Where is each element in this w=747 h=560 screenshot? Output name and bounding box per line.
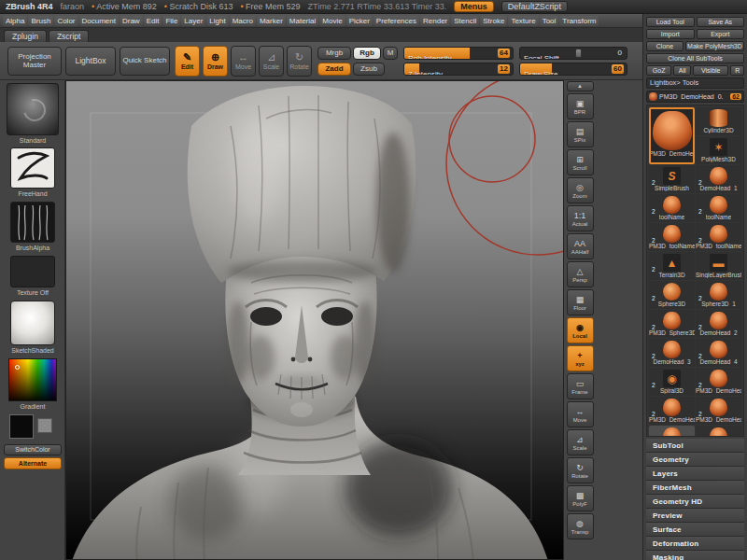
section-header[interactable]: Masking [646, 551, 744, 560]
frame-button[interactable]: ▭ Frame [567, 373, 594, 399]
tool-item[interactable]: toolName 2 [696, 194, 741, 222]
make-polymesh3d-button[interactable]: Make PolyMesh3D [685, 41, 744, 51]
scale-button[interactable]: ⊿ Scale [567, 429, 594, 455]
export-button[interactable]: Export [697, 29, 745, 39]
persp-button[interactable]: △ Persp [567, 261, 594, 287]
edit-mode-button[interactable]: ✎ Edit [175, 46, 200, 77]
menu-item[interactable]: Macro [230, 16, 256, 26]
menu-item[interactable]: Texture [508, 16, 538, 26]
bpr-button[interactable]: ▣ BPR [567, 93, 594, 119]
rotate-mode-button[interactable]: ↻ Rotate [287, 46, 312, 77]
local-button[interactable]: ◉ Local [567, 317, 594, 343]
tool-item[interactable]: PM3D_DemoHead [649, 426, 695, 437]
tool-item[interactable]: PM3D_Sphere3D 2 [649, 310, 695, 338]
aahalf-button[interactable]: AA AAHalf [567, 233, 594, 259]
color-picker-cursor[interactable] [15, 365, 20, 370]
tool-item[interactable]: S SimpleBrush 2 [649, 165, 695, 193]
goz-r-button[interactable]: R [730, 65, 744, 76]
draw-size-slider[interactable]: Draw Size 60 [519, 63, 627, 76]
tool-item[interactable]: ✶ PolyMesh3D [696, 136, 741, 164]
section-header[interactable]: Geometry [646, 453, 744, 467]
menu-item[interactable]: Edit [144, 16, 162, 26]
tool-item[interactable]: PM3D_DemoHead 2 [696, 397, 741, 425]
floor-button[interactable]: ▦ Floor [567, 289, 594, 315]
menu-item[interactable]: Picker [346, 16, 373, 26]
rotate-button[interactable]: ↻ Rotate [567, 457, 594, 483]
tool-item[interactable]: DemoHead_3 2 [649, 339, 695, 367]
lightbox-button[interactable]: LightBox [65, 47, 116, 76]
tool-item[interactable]: DemoHead_1 2 [696, 165, 741, 193]
menu-item[interactable]: Brush [28, 16, 53, 26]
rgb-intensity-slider[interactable]: Rgb Intensity 64 [403, 47, 514, 60]
strip-scroll-up[interactable]: ▲ [567, 81, 594, 91]
scale-mode-button[interactable]: ⊿ Scale [259, 46, 284, 77]
default-zscript-button[interactable]: DefaultZScript [501, 1, 568, 12]
zadd-button[interactable]: Zadd [317, 63, 351, 76]
tool-item[interactable]: PM3D_toolName 2 [649, 223, 695, 251]
alternate-button[interactable]: Alternate [4, 457, 62, 469]
mrgb-button[interactable]: Mrgb [317, 47, 351, 60]
alpha-selector[interactable] [10, 202, 55, 243]
lightbox-tools-bar[interactable]: Lightbox> Tools [646, 77, 744, 89]
menu-item[interactable]: File [162, 16, 180, 26]
menu-item[interactable]: Stencil [451, 16, 479, 26]
clone-button[interactable]: Clone [646, 41, 684, 51]
tool-item[interactable]: ◉ Spiral3D 2 [649, 368, 695, 396]
goz-all-button[interactable]: All [673, 65, 691, 76]
switch-color-button[interactable]: SwitchColor [4, 444, 62, 455]
texture-selector[interactable] [10, 256, 55, 287]
clone-all-subtools-button[interactable]: Clone All SubTools [646, 53, 744, 63]
transp-button[interactable]: ◍ Transp [567, 513, 594, 539]
section-header[interactable]: Deformation [646, 537, 744, 551]
import-button[interactable]: Import [646, 29, 695, 39]
tool-item[interactable]: toolName 2 [649, 194, 695, 222]
tool-item[interactable]: DemoHead_4 2 [696, 339, 741, 367]
section-header[interactable]: Layers [646, 467, 744, 481]
tool-item[interactable]: ▲ Terrain3D 2 [649, 252, 695, 280]
main-color-swatch[interactable] [9, 414, 34, 439]
focal-shift-slider[interactable]: Focal Shift 0 [519, 47, 627, 60]
projection-master-button[interactable]: Projection Master [7, 47, 62, 76]
menu-item[interactable]: Light [206, 16, 228, 26]
menu-item[interactable]: Tool [540, 16, 559, 26]
draw-mode-button[interactable]: ⊕ Draw [203, 46, 228, 77]
menu-item[interactable]: Material [287, 16, 318, 26]
zsub-button[interactable]: Zsub [353, 63, 385, 76]
menu-item[interactable]: Movie [319, 16, 345, 26]
material-selector[interactable] [10, 301, 55, 345]
menu-item[interactable]: Color [54, 16, 78, 26]
tool-item[interactable]: PM3D_toolName_ 2 [696, 223, 741, 251]
tool-item[interactable]: PM3D_DemoHead [649, 107, 695, 164]
menus-button[interactable]: Menus [454, 1, 494, 12]
polyf-button[interactable]: ▩ PolyF [567, 485, 594, 511]
actual-button[interactable]: 1:1 Actual [567, 205, 594, 231]
goz-button[interactable]: GoZ [646, 65, 671, 76]
spix-button[interactable]: ▤ SPix [567, 121, 594, 147]
menu-item[interactable]: Layer [181, 16, 205, 26]
menu-item[interactable]: Render [420, 16, 450, 26]
section-header[interactable]: FiberMesh [646, 481, 744, 495]
menu-item[interactable]: Alpha [3, 16, 27, 26]
menu-item[interactable]: Draw [120, 16, 143, 26]
palette-tab[interactable]: Zscript [49, 30, 90, 42]
xyz-button[interactable]: + xyz [567, 345, 594, 371]
stroke-selector[interactable] [10, 147, 55, 189]
move-button[interactable]: ↔ Move [567, 401, 594, 427]
tool-item[interactable]: Cylinder3D [696, 107, 741, 135]
color-picker[interactable] [8, 358, 57, 401]
tool-item[interactable]: Sphere3D_1 2 [696, 281, 741, 309]
slider-handle[interactable] [575, 49, 582, 58]
tool-item[interactable]: PM3D_DemoHead 2 [649, 397, 695, 425]
tool-item[interactable]: DemoHead_2 2 [696, 310, 741, 338]
tool-item[interactable]: Sphere3D 2 [649, 281, 695, 309]
section-header[interactable]: SubTool [646, 439, 744, 453]
menu-item[interactable]: Transform [559, 16, 599, 26]
active-tool-slot[interactable]: PM3D_DemoHead_0. 62 [646, 91, 744, 103]
viewport-canvas[interactable] [65, 80, 564, 560]
secondary-color-swatch[interactable] [37, 418, 52, 433]
z-intensity-slider[interactable]: Z Intensity 12 [403, 63, 514, 76]
rgb-button[interactable]: Rgb [353, 47, 381, 60]
section-header[interactable]: Preview [646, 509, 744, 523]
tool-item[interactable]: PM3D_DemoHead [696, 426, 741, 437]
tool-item[interactable]: ▬ SingleLayerBrush [696, 252, 741, 280]
